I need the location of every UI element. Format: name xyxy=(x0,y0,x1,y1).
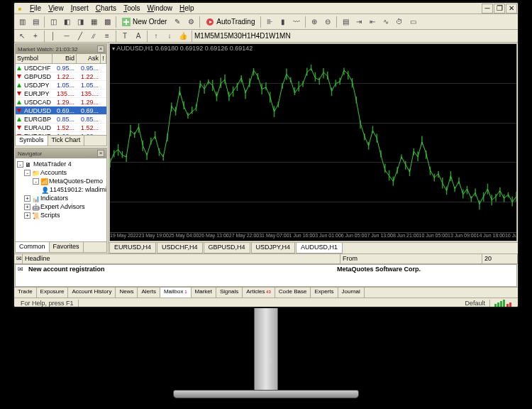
terminal-tab-articles[interactable]: Articles 43 xyxy=(243,288,275,298)
zoom-out-icon[interactable]: ⊖ xyxy=(321,16,334,28)
terminal-tab-alerts[interactable]: Alerts xyxy=(138,288,160,298)
menu-insert[interactable]: Insert xyxy=(67,4,92,13)
chart-tab-USDCHF-H4[interactable]: USDCHF,H4 xyxy=(157,243,203,253)
templates-icon[interactable]: ▭ xyxy=(406,16,419,28)
terminal-tab-experts[interactable]: Experts xyxy=(311,288,338,298)
data-window-icon[interactable]: ◧ xyxy=(60,16,73,28)
connection-indicator[interactable] xyxy=(490,300,516,307)
col-bid[interactable]: Bid xyxy=(52,54,77,63)
terminal-tab-signals[interactable]: Signals xyxy=(216,288,243,298)
tab-tick-chart[interactable]: Tick Chart xyxy=(48,136,85,146)
col-date[interactable]: 20 xyxy=(482,254,518,263)
symbol-row-AUDUSD[interactable]: AUDUSD0.69...0.69... xyxy=(16,107,106,115)
terminal-tab-exposure[interactable]: Exposure xyxy=(37,288,69,298)
minimize-button[interactable]: ─ xyxy=(482,4,493,13)
tree-account[interactable]: 👤114519012: wladimila xyxy=(17,185,105,194)
market-watch-icon[interactable]: ◫ xyxy=(47,16,60,28)
line-chart-icon[interactable]: 〰 xyxy=(290,16,303,28)
label-icon[interactable]: A xyxy=(132,30,145,43)
crosshair-icon[interactable]: + xyxy=(29,30,42,43)
col-headline[interactable]: Headline xyxy=(23,254,340,263)
bar-chart-icon[interactable]: ⊪ xyxy=(263,16,276,28)
menu-tools[interactable]: Tools xyxy=(120,4,143,13)
hline-icon[interactable]: ─ xyxy=(60,30,73,43)
navigator-close-icon[interactable]: × xyxy=(97,150,104,157)
chart-tab-GBPUSD-H4[interactable]: GBPUSD,H4 xyxy=(204,243,250,253)
mail-col-icon[interactable]: ✉ xyxy=(14,254,23,263)
terminal-icon[interactable]: ▦ xyxy=(87,16,100,28)
timeframe-W1[interactable]: W1 xyxy=(269,32,279,40)
periods-icon[interactable]: ⏱ xyxy=(393,16,406,28)
symbol-row-EURCHF[interactable]: EURCHF1.00...1.00... xyxy=(16,132,106,135)
trendline-icon[interactable]: ╱ xyxy=(74,30,87,43)
timeframe-MN[interactable]: MN xyxy=(279,32,291,40)
text-icon[interactable]: T xyxy=(118,30,131,43)
timeframe-H1[interactable]: H1 xyxy=(242,32,251,40)
close-button[interactable]: ✕ xyxy=(506,4,517,13)
thumbs-icon[interactable]: 👍 xyxy=(177,30,189,43)
indicators-icon[interactable]: ∿ xyxy=(379,16,392,28)
status-profile[interactable]: Default xyxy=(460,300,490,307)
col-more[interactable]: ! xyxy=(101,54,106,63)
col-from[interactable]: From xyxy=(340,254,482,263)
new-order-button[interactable]: New Order xyxy=(118,16,170,28)
symbol-row-EURAUD[interactable]: EURAUD1.52...1.52... xyxy=(16,124,106,132)
tree-indicators[interactable]: +📊Indicators xyxy=(17,194,105,202)
candle-chart-icon[interactable]: ▮ xyxy=(277,16,289,28)
timeframe-M15[interactable]: M15 xyxy=(214,32,228,40)
menu-help[interactable]: Help xyxy=(176,4,198,13)
menu-view[interactable]: View xyxy=(45,4,67,13)
timeframe-M1[interactable]: M1 xyxy=(194,32,204,40)
symbol-row-GBPUSD[interactable]: GBPUSD1.22...1.22... xyxy=(16,72,106,81)
symbol-row-USDCAD[interactable]: USDCAD1.29...1.29... xyxy=(16,98,106,107)
tree-broker[interactable]: -📶MetaQuotes-Demo xyxy=(17,177,105,185)
col-symbol[interactable]: Symbol xyxy=(16,54,52,63)
cursor-icon[interactable]: ↖ xyxy=(16,30,28,43)
symbol-row-USDCHF[interactable]: USDCHF0.95...0.95... xyxy=(16,64,106,72)
terminal-tab-mailbox[interactable]: Mailbox 1 xyxy=(160,288,192,298)
zoom-in-icon[interactable]: ⊕ xyxy=(308,16,321,28)
options-icon[interactable]: ⚙ xyxy=(184,16,197,28)
chart-tab-EURUSD-H4[interactable]: EURUSD,H4 xyxy=(109,243,156,253)
market-watch-close-icon[interactable]: × xyxy=(97,45,104,53)
tester-icon[interactable]: ▩ xyxy=(101,16,113,28)
timeframe-D1[interactable]: D1 xyxy=(260,32,269,40)
metaeditor-icon[interactable]: ✎ xyxy=(171,16,184,28)
tree-accounts[interactable]: -📁Accounts xyxy=(17,168,105,177)
tree-experts[interactable]: +🤖Expert Advisors xyxy=(17,202,105,211)
fibo-icon[interactable]: ≡ xyxy=(101,30,113,43)
autotrading-button[interactable]: AutoTrading xyxy=(202,16,258,28)
tab-symbols[interactable]: Symbols xyxy=(16,136,48,146)
tab-favorites[interactable]: Favorites xyxy=(50,242,84,252)
terminal-tab-journal[interactable]: Journal xyxy=(338,288,365,298)
menu-file[interactable]: File xyxy=(26,4,45,13)
terminal-tab-news[interactable]: News xyxy=(116,288,138,298)
menu-window[interactable]: Window xyxy=(143,4,176,13)
vline-icon[interactable]: │ xyxy=(47,30,60,43)
profiles-icon[interactable]: ▤ xyxy=(29,16,42,28)
chart-canvas[interactable]: AUDUSD,H1 0.69180 0.69192 0.69126 0.6914… xyxy=(109,43,517,241)
timeframe-M5[interactable]: M5 xyxy=(204,32,214,40)
terminal-tab-market[interactable]: Market xyxy=(192,288,216,298)
maximize-button[interactable]: ❐ xyxy=(494,4,505,13)
tab-common[interactable]: Common xyxy=(16,242,50,252)
symbol-row-EURGBP[interactable]: EURGBP0.85...0.85... xyxy=(16,115,106,124)
terminal-tab-code-base[interactable]: Code Base xyxy=(275,288,311,298)
new-chart-icon[interactable]: ▥ xyxy=(16,16,28,28)
terminal-tab-trade[interactable]: Trade xyxy=(14,288,37,298)
mail-row[interactable]: ✉ New account registration MetaQuotes So… xyxy=(16,265,516,273)
timeframe-H4[interactable]: H4 xyxy=(251,32,260,40)
channel-icon[interactable]: ⫽ xyxy=(87,30,100,43)
tile-icon[interactable]: ▤ xyxy=(339,16,352,28)
menu-charts[interactable]: Charts xyxy=(92,4,120,13)
timeframe-M30[interactable]: M30 xyxy=(228,32,241,40)
navigator-icon[interactable]: ◨ xyxy=(74,16,87,28)
terminal-tab-account-history[interactable]: Account History xyxy=(68,288,116,298)
autoscroll-icon[interactable]: ⇥ xyxy=(353,16,365,28)
symbol-row-EURJPY[interactable]: EURJPY135....135.... xyxy=(16,89,106,98)
tree-root[interactable]: -🖥MetaTrader 4 xyxy=(17,160,105,168)
tree-scripts[interactable]: +📜Scripts xyxy=(17,211,105,219)
arrow-down-icon[interactable]: ↓ xyxy=(163,30,176,43)
col-ask[interactable]: Ask xyxy=(77,54,101,63)
arrow-up-icon[interactable]: ↑ xyxy=(150,30,162,43)
